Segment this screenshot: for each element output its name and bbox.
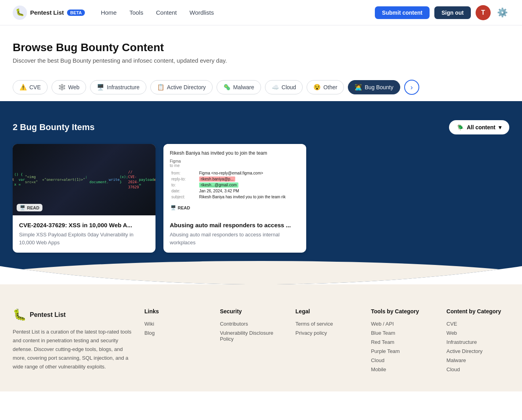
footer-link-blog[interactable]: Blog xyxy=(144,330,207,336)
email-to-me: to me xyxy=(170,163,300,168)
content-section: 2 Bug Bounty Items 🪲 All content ▾ # XSS… xyxy=(0,101,522,284)
nav-home[interactable]: Home xyxy=(101,9,117,16)
nav-actions: Submit content Sign out T ⚙️ xyxy=(375,5,509,20)
category-pill-web[interactable]: 🕸️Web xyxy=(52,80,86,94)
svg-text:🐛: 🐛 xyxy=(15,8,25,17)
card-description: Simple XSS Payload Exploits 0day Vulnera… xyxy=(19,231,149,246)
footer-col-heading: Security xyxy=(220,308,282,315)
page-title: Browse Bug Bounty Content xyxy=(13,41,509,54)
navbar: 🐛 Pentest List BETA Home Tools Content W… xyxy=(0,0,522,25)
footer-column-security: SecurityContributorsVulnerability Disclo… xyxy=(220,308,282,376)
read-badge: 🖥️ READ xyxy=(167,204,193,211)
content-card-2[interactable]: Rikesh Baniya has invited you to join th… xyxy=(163,144,306,253)
footer-link-blue-team[interactable]: Blue Team xyxy=(371,330,434,336)
footer-link-wiki[interactable]: Wiki xyxy=(144,321,207,327)
footer-link-malware[interactable]: Malware xyxy=(447,357,509,363)
footer-link-cloud[interactable]: Cloud xyxy=(447,366,509,372)
footer-link-red-team[interactable]: Red Team xyxy=(371,339,434,345)
footer-link-privacy-policy[interactable]: Privacy policy xyxy=(296,330,358,336)
category-label: Infrastructure xyxy=(107,84,139,90)
reply-to-highlight: rikesh.baniya@p... xyxy=(199,176,235,182)
hero-section: Browse Bug Bounty Content Discover the b… xyxy=(0,25,522,73)
footer-link-vulnerability-disclosure-policy[interactable]: Vulnerability Disclosure Policy xyxy=(220,330,282,342)
category-label: Web xyxy=(68,84,80,90)
category-icon: ⚠️ xyxy=(19,84,27,91)
footer-column-tools-by-category: Tools by CategoryWeb / APIBlue TeamRed T… xyxy=(371,308,434,376)
category-label: Cloud xyxy=(282,84,296,90)
category-pill-cve[interactable]: ⚠️CVE xyxy=(13,80,48,94)
footer-col-heading: Tools by Category xyxy=(371,308,434,315)
sign-out-button[interactable]: Sign out xyxy=(434,6,471,19)
category-pill-bug-bounty[interactable]: 🧑‍💻Bug Bounty xyxy=(348,80,400,94)
category-pill-infrastructure[interactable]: 🖥️Infrastructure xyxy=(90,80,146,94)
submit-content-button[interactable]: Submit content xyxy=(375,6,430,19)
card-image: # XSS Payload <script>alert(document.coo… xyxy=(13,144,155,215)
all-content-filter-button[interactable]: 🪲 All content ▾ xyxy=(449,120,509,134)
read-icon: 🖥️ xyxy=(20,205,25,210)
footer-brand: 🐛 Pentest List Pentest List is a curatio… xyxy=(13,308,132,376)
category-pill-cloud[interactable]: ☁️Cloud xyxy=(265,80,303,94)
footer-description: Pentest List is a curation of the latest… xyxy=(13,328,132,371)
card-image: Rikesh Baniya has invited you to join th… xyxy=(163,144,306,215)
read-icon: 🖥️ xyxy=(171,205,176,210)
footer-link-cve[interactable]: CVE xyxy=(447,321,509,327)
nav-links: Home Tools Content Wordlists xyxy=(101,9,375,16)
card-description: Abusing auto mail responders to access i… xyxy=(170,231,300,246)
category-label: Malware xyxy=(233,84,254,90)
card-title: CVE-2024-37629: XSS in 10,000 Web A... xyxy=(19,222,149,228)
card-body: CVE-2024-37629: XSS in 10,000 Web A... S… xyxy=(13,215,155,253)
avatar[interactable]: T xyxy=(476,5,491,20)
footer-col-heading: Legal xyxy=(296,308,358,315)
footer-link-contributors[interactable]: Contributors xyxy=(220,321,282,327)
reply-to-value: rikesh.baniya@p... xyxy=(198,176,300,182)
nav-tools[interactable]: Tools xyxy=(129,9,143,16)
beta-badge: BETA xyxy=(67,10,85,16)
footer-link-mobile[interactable]: Mobile xyxy=(371,366,434,372)
category-pill-other[interactable]: 😵Other xyxy=(307,80,344,94)
category-bar: ⚠️CVE🕸️Web🖥️Infrastructure📋Active Direct… xyxy=(0,73,522,101)
footer-link-terms-of-service[interactable]: Terms of service xyxy=(296,321,358,327)
settings-button[interactable]: ⚙️ xyxy=(495,6,509,19)
nav-wordlists[interactable]: Wordlists xyxy=(190,9,214,16)
read-label: READ xyxy=(27,205,39,210)
footer-grid: 🐛 Pentest List Pentest List is a curatio… xyxy=(13,308,509,376)
to-label: to: xyxy=(170,182,198,188)
footer-link-web[interactable]: Web xyxy=(447,330,509,336)
email-from: Figma xyxy=(170,159,300,163)
category-pill-malware[interactable]: 🦠Malware xyxy=(217,80,261,94)
section-header: 2 Bug Bounty Items 🪲 All content ▾ xyxy=(13,120,509,134)
category-icon: 🦠 xyxy=(223,84,231,91)
read-label: READ xyxy=(178,205,190,210)
category-icon: 🧑‍💻 xyxy=(355,84,362,91)
filter-label: All content xyxy=(467,124,495,130)
brand-link[interactable]: 🐛 Pentest List BETA xyxy=(13,6,85,20)
category-next-button[interactable]: › xyxy=(404,80,419,95)
category-label: Active Directory xyxy=(167,84,206,90)
footer: 🐛 Pentest List Pentest List is a curatio… xyxy=(0,284,522,391)
content-card-1[interactable]: # XSS Payload <script>alert(document.coo… xyxy=(13,144,155,253)
email-details-table: from: Figma <no-reply@email.figma.com> r… xyxy=(170,170,300,200)
nav-content[interactable]: Content xyxy=(156,9,177,16)
footer-link-active-directory[interactable]: Active Directory xyxy=(447,348,509,354)
reply-to-label: from: xyxy=(170,170,198,176)
footer-link-purple-team[interactable]: Purple Team xyxy=(371,348,434,354)
brand-name: Pentest List xyxy=(30,9,64,16)
footer-column-content-by-category: Content by CategoryCVEWebInfrastructureA… xyxy=(447,308,509,376)
footer-brand-row: 🐛 Pentest List xyxy=(13,308,132,321)
to-value: rikesh...@gmail.com xyxy=(198,182,300,188)
category-icon: 🖥️ xyxy=(97,84,104,91)
category-icon: ☁️ xyxy=(272,84,279,91)
footer-link-web-/-api[interactable]: Web / API xyxy=(371,321,434,327)
chevron-right-icon: › xyxy=(411,83,413,92)
gear-icon: ⚙️ xyxy=(497,8,508,17)
footer-column-links: LinksWikiBlog xyxy=(144,308,207,376)
email-from-value: Figma <no-reply@email.figma.com> xyxy=(198,170,300,176)
section-title: 2 Bug Bounty Items xyxy=(13,122,95,132)
footer-logo-icon: 🐛 xyxy=(13,308,27,321)
footer-link-infrastructure[interactable]: Infrastructure xyxy=(447,339,509,345)
footer-link-cloud[interactable]: Cloud xyxy=(371,357,434,363)
reply-to-label: reply-to: xyxy=(170,176,198,182)
category-pill-active-directory[interactable]: 📋Active Directory xyxy=(150,80,213,94)
footer-column-legal: LegalTerms of servicePrivacy policy xyxy=(296,308,358,376)
hero-subtitle: Discover the best Bug Bounty pentesting … xyxy=(13,57,509,64)
